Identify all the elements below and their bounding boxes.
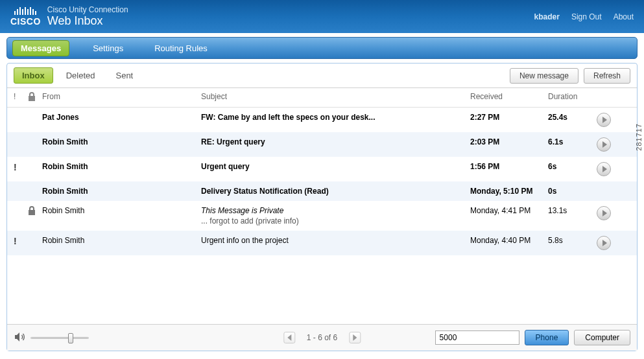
main-nav: Messages Settings Routing Rules xyxy=(6,37,638,59)
main-panel: Inbox Deleted Sent New message Refresh !… xyxy=(6,63,638,351)
play-button[interactable] xyxy=(597,236,611,250)
message-row[interactable]: !Robin SmithUrgent info on the projectMo… xyxy=(7,231,637,255)
message-row[interactable]: Pat JonesFW: Came by and left the specs … xyxy=(7,108,637,132)
subject-cell: Urgent info on the project xyxy=(201,236,470,245)
folder-sent[interactable]: Sent xyxy=(108,68,141,83)
message-row[interactable]: !Robin SmithUrgent query1:56 PM6s xyxy=(7,157,637,181)
subject-cell: Urgent query xyxy=(201,162,470,171)
nav-routing-rules[interactable]: Routing Rules xyxy=(147,41,215,56)
pager: 1 - 6 of 6 xyxy=(283,332,361,343)
play-cell xyxy=(597,113,623,127)
received-cell: 2:27 PM xyxy=(470,113,548,122)
from-cell: Robin Smith xyxy=(42,187,201,196)
duration-cell: 6.1s xyxy=(548,137,597,146)
col-private-header[interactable] xyxy=(28,92,42,103)
message-list: Pat JonesFW: Came by and left the specs … xyxy=(7,108,637,324)
app-title: Web Inbox xyxy=(47,14,128,28)
volume-slider[interactable] xyxy=(30,333,89,342)
subject-cell: FW: Came by and left the specs on your d… xyxy=(201,113,470,122)
from-cell: Pat Jones xyxy=(42,113,201,122)
duration-cell: 0s xyxy=(548,187,597,196)
from-cell: Robin Smith xyxy=(42,206,201,215)
play-button[interactable] xyxy=(597,137,611,152)
received-cell: Monday, 4:40 PM xyxy=(470,236,548,245)
from-cell: Robin Smith xyxy=(42,162,201,171)
duration-cell: 25.4s xyxy=(548,113,597,122)
received-cell: Monday, 4:41 PM xyxy=(470,206,548,215)
signout-link[interactable]: Sign Out xyxy=(571,12,602,21)
pager-prev-button[interactable] xyxy=(283,332,295,343)
urgent-cell: ! xyxy=(14,236,28,246)
new-message-button[interactable]: New message xyxy=(510,68,578,84)
col-received-header[interactable]: Received xyxy=(470,92,548,103)
about-link[interactable]: About xyxy=(614,12,634,21)
subject-cell: This Message is Private... forgot to add… xyxy=(201,206,470,226)
message-row[interactable]: Robin SmithThis Message is Private... fo… xyxy=(7,201,637,231)
app-header: CISCO Cisco Unity Connection Web Inbox k… xyxy=(0,0,644,33)
message-row[interactable]: Robin SmithRE: Urgent query2:03 PM6.1s xyxy=(7,132,637,157)
folder-nav: Inbox Deleted Sent New message Refresh xyxy=(7,64,637,88)
col-subject-header[interactable]: Subject xyxy=(201,92,470,103)
urgent-cell: ! xyxy=(14,162,28,172)
extension-input[interactable] xyxy=(435,330,519,345)
play-button[interactable] xyxy=(597,113,611,127)
play-cell xyxy=(597,162,623,176)
user-link[interactable]: kbader xyxy=(534,12,560,21)
play-cell xyxy=(597,137,623,152)
product-title: Cisco Unity Connection xyxy=(47,5,128,14)
col-urgent-header[interactable]: ! xyxy=(14,92,28,103)
brand-text: CISCO xyxy=(10,16,41,27)
play-cell xyxy=(597,206,623,220)
play-button[interactable] xyxy=(597,162,611,176)
playback-phone-button[interactable]: Phone xyxy=(525,330,569,345)
duration-cell: 6s xyxy=(548,162,597,171)
watermark-id: 281717 xyxy=(635,123,643,151)
subject-cell: Delivery Status Notification (Read) xyxy=(201,187,470,196)
pager-status: 1 - 6 of 6 xyxy=(307,333,337,342)
folder-deleted[interactable]: Deleted xyxy=(58,68,103,83)
nav-settings[interactable]: Settings xyxy=(85,41,131,56)
duration-cell: 5.8s xyxy=(548,236,597,245)
lock-icon xyxy=(28,206,36,215)
nav-messages[interactable]: Messages xyxy=(12,40,69,56)
column-headers: ! From Subject Received Duration xyxy=(7,88,637,108)
received-cell: 1:56 PM xyxy=(470,162,548,171)
refresh-button[interactable]: Refresh xyxy=(584,68,630,84)
message-row[interactable]: Robin SmithDelivery Status Notification … xyxy=(7,181,637,201)
lock-icon xyxy=(28,92,36,101)
urgent-icon: ! xyxy=(14,162,17,172)
folder-inbox[interactable]: Inbox xyxy=(14,67,53,84)
col-duration-header[interactable]: Duration xyxy=(548,92,597,103)
received-cell: Monday, 5:10 PM xyxy=(470,187,548,196)
urgent-icon: ! xyxy=(14,236,17,246)
speaker-icon[interactable] xyxy=(14,331,25,345)
pager-next-button[interactable] xyxy=(349,332,361,343)
play-cell xyxy=(597,236,623,250)
col-from-header[interactable]: From xyxy=(42,92,201,103)
from-cell: Robin Smith xyxy=(42,137,201,146)
cisco-logo: CISCO xyxy=(10,7,41,27)
received-cell: 2:03 PM xyxy=(470,137,548,146)
private-cell xyxy=(28,206,42,217)
cisco-logo-icon xyxy=(14,7,36,15)
duration-cell: 13.1s xyxy=(548,206,597,215)
from-cell: Robin Smith xyxy=(42,236,201,245)
footer-bar: 1 - 6 of 6 Phone Computer xyxy=(7,324,637,351)
play-button[interactable] xyxy=(597,206,611,220)
playback-computer-button[interactable]: Computer xyxy=(574,330,630,345)
subject-cell: RE: Urgent query xyxy=(201,137,470,146)
